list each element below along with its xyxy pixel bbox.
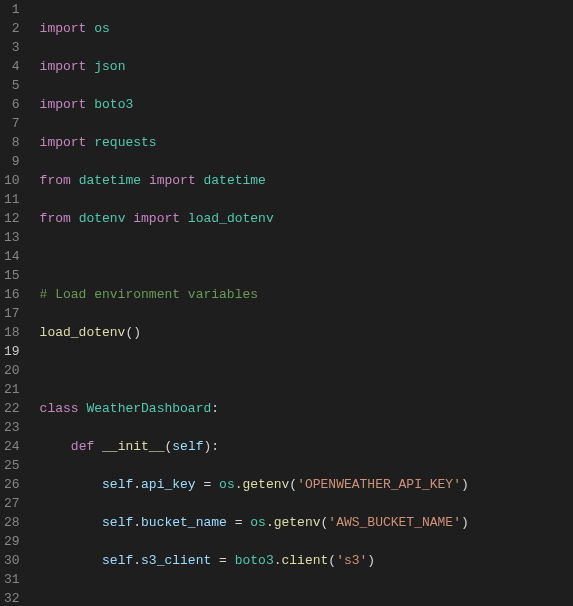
keyword-import: import [149,173,196,188]
attr: bucket_name [141,515,227,530]
line-number: 29 [4,532,20,551]
module-json: json [94,59,125,74]
line-number-gutter: 1 2 3 4 5 6 7 8 9 10 11 12 13 14 15 16 1… [0,0,30,606]
line-number: 8 [4,133,20,152]
string: 's3' [336,553,367,568]
self: self [102,553,133,568]
fn-getenv: getenv [274,515,321,530]
line-number: 27 [4,494,20,513]
attr: api_key [141,477,196,492]
line-number: 15 [4,266,20,285]
code-line[interactable]: self.s3_client = boto3.client('s3') [40,551,573,570]
attr: s3_client [141,553,211,568]
code-line[interactable]: class WeatherDashboard: [40,399,573,418]
line-number: 4 [4,57,20,76]
line-number: 24 [4,437,20,456]
line-number: 30 [4,551,20,570]
line-number: 16 [4,285,20,304]
keyword-import: import [40,21,87,36]
module-boto3: boto3 [94,97,133,112]
line-number: 9 [4,152,20,171]
line-number: 31 [4,570,20,589]
code-line[interactable]: import requests [40,133,573,152]
code-line[interactable]: import os [40,19,573,38]
comment: # Load environment variables [40,287,258,302]
line-number: 13 [4,228,20,247]
line-number: 25 [4,456,20,475]
module-os: os [94,21,110,36]
line-number: 28 [4,513,20,532]
fn-getenv: getenv [243,477,290,492]
class-name: WeatherDashboard [86,401,211,416]
line-number: 32 [4,589,20,606]
line-number: 18 [4,323,20,342]
code-line[interactable] [40,247,573,266]
line-number: 12 [4,209,20,228]
module-datetime: datetime [79,173,141,188]
line-number: 5 [4,76,20,95]
string: 'OPENWEATHER_API_KEY' [297,477,461,492]
line-number: 26 [4,475,20,494]
keyword-class: class [40,401,79,416]
module-requests: requests [94,135,156,150]
line-number: 1 [4,0,20,19]
module-os: os [219,477,235,492]
keyword-from: from [40,211,71,226]
fn-call: load_dotenv [40,325,126,340]
code-line[interactable]: def __init__(self): [40,437,573,456]
line-number: 11 [4,190,20,209]
module-boto3: boto3 [235,553,274,568]
code-line[interactable]: self.api_key = os.getenv('OPENWEATHER_AP… [40,475,573,494]
code-editor[interactable]: import os import json import boto3 impor… [30,0,573,606]
fn-load-dotenv: load_dotenv [188,211,274,226]
method-init: __init__ [102,439,164,454]
code-line[interactable] [40,589,573,606]
code-line[interactable]: self.bucket_name = os.getenv('AWS_BUCKET… [40,513,573,532]
module-dotenv: dotenv [79,211,126,226]
code-line[interactable] [40,361,573,380]
line-number: 7 [4,114,20,133]
line-number: 20 [4,361,20,380]
code-line[interactable]: import boto3 [40,95,573,114]
self: self [102,515,133,530]
line-number: 14 [4,247,20,266]
keyword-import: import [40,135,87,150]
code-line[interactable]: from dotenv import load_dotenv [40,209,573,228]
keyword-def: def [71,439,94,454]
line-number: 3 [4,38,20,57]
class-datetime: datetime [204,173,266,188]
code-line[interactable]: import json [40,57,573,76]
keyword-import: import [40,59,87,74]
keyword-from: from [40,173,71,188]
param-self: self [172,439,203,454]
string: 'AWS_BUCKET_NAME' [328,515,461,530]
line-number: 19 [4,342,20,361]
line-number: 22 [4,399,20,418]
self: self [102,477,133,492]
module-os: os [250,515,266,530]
code-line[interactable]: load_dotenv() [40,323,573,342]
keyword-import: import [133,211,180,226]
line-number: 23 [4,418,20,437]
line-number: 17 [4,304,20,323]
line-number: 6 [4,95,20,114]
line-number: 10 [4,171,20,190]
keyword-import: import [40,97,87,112]
line-number: 2 [4,19,20,38]
code-line[interactable]: # Load environment variables [40,285,573,304]
code-line[interactable]: from datetime import datetime [40,171,573,190]
line-number: 21 [4,380,20,399]
fn-client: client [282,553,329,568]
